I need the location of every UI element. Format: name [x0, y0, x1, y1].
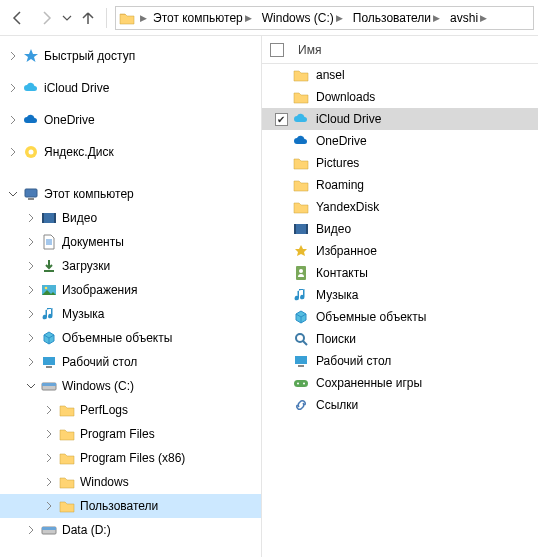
list-item-3d[interactable]: Объемные объекты	[262, 306, 538, 328]
tree-onedrive[interactable]: OneDrive	[0, 108, 261, 132]
tree-this-pc[interactable]: Этот компьютер	[0, 182, 261, 206]
expand-icon[interactable]	[42, 451, 56, 465]
list-header: Имя	[262, 36, 538, 64]
onedrive-icon	[22, 111, 40, 129]
expand-icon[interactable]	[24, 307, 38, 321]
tree-documents[interactable]: Документы	[0, 230, 261, 254]
list-item-onedrive[interactable]: OneDrive	[262, 130, 538, 152]
star-folder-icon	[292, 242, 310, 260]
list-item-pictures[interactable]: Pictures	[262, 152, 538, 174]
tree-music[interactable]: Музыка	[0, 302, 261, 326]
expand-icon[interactable]	[24, 259, 38, 273]
expand-icon[interactable]	[24, 379, 38, 393]
expand-icon[interactable]	[24, 235, 38, 249]
expand-icon[interactable]	[6, 49, 20, 63]
toolbar: ▶Этот компьютер▶Windows (C:)▶Пользовател…	[0, 0, 538, 36]
list-item-video[interactable]: Видео	[262, 218, 538, 240]
expand-icon[interactable]	[42, 499, 56, 513]
address-bar[interactable]: ▶Этот компьютер▶Windows (C:)▶Пользовател…	[115, 6, 534, 30]
desktop-icon	[40, 353, 58, 371]
list-item-yandexdisk[interactable]: YandexDisk	[262, 196, 538, 218]
tree-icloud-drive[interactable]: iCloud Drive	[0, 76, 261, 100]
tree-3d[interactable]: Объемные объекты	[0, 326, 261, 350]
tree-yandex-disk[interactable]: Яндекс.Диск	[0, 140, 261, 164]
list-item-icloud-drive[interactable]: ✔iCloud Drive	[262, 108, 538, 130]
tree-label: iCloud Drive	[44, 81, 109, 95]
tree-desktop[interactable]: Рабочий стол	[0, 350, 261, 374]
tree-video[interactable]: Видео	[0, 206, 261, 230]
svg-rect-7	[44, 270, 54, 272]
expand-icon[interactable]	[42, 403, 56, 417]
forward-button[interactable]	[32, 4, 60, 32]
item-label: Избранное	[316, 244, 377, 258]
svg-rect-13	[42, 383, 56, 386]
svg-point-25	[297, 383, 299, 385]
item-label: Pictures	[316, 156, 359, 170]
expand-icon[interactable]	[6, 81, 20, 95]
tree-program-files-x86[interactable]: Program Files (x86)	[0, 446, 261, 470]
tree-label: OneDrive	[44, 113, 95, 127]
tree-drive-c[interactable]: Windows (C:)	[0, 374, 261, 398]
select-all-checkbox[interactable]	[270, 43, 284, 57]
file-list-pane: Имя anselDownloads✔iCloud DriveOneDriveP…	[262, 36, 538, 557]
tree-windows-folder[interactable]: Windows	[0, 470, 261, 494]
svg-point-20	[299, 269, 303, 273]
svg-point-26	[303, 383, 305, 385]
folder-icon	[58, 497, 76, 515]
svg-rect-24	[294, 380, 308, 387]
expand-icon[interactable]	[24, 331, 38, 345]
list-item-search[interactable]: Поиски	[262, 328, 538, 350]
item-checkbox[interactable]: ✔	[275, 113, 288, 126]
svg-rect-4	[42, 213, 56, 223]
expand-icon[interactable]	[6, 113, 20, 127]
expand-icon[interactable]	[42, 475, 56, 489]
expand-icon[interactable]	[24, 283, 38, 297]
up-button[interactable]	[74, 4, 102, 32]
back-button[interactable]	[4, 4, 32, 32]
breadcrumb-segment[interactable]: Пользователи▶	[349, 7, 446, 29]
list-item-desktop[interactable]: Рабочий стол	[262, 350, 538, 372]
music-icon	[40, 305, 58, 323]
icloud-icon	[22, 79, 40, 97]
list-item-downloads[interactable]: Downloads	[262, 86, 538, 108]
expand-icon[interactable]	[24, 355, 38, 369]
list-item-contacts[interactable]: Контакты	[262, 262, 538, 284]
item-label: Рабочий стол	[316, 354, 391, 368]
list-item-favorites[interactable]: Избранное	[262, 240, 538, 262]
folder-icon	[58, 401, 76, 419]
item-label: Roaming	[316, 178, 364, 192]
breadcrumb-segment[interactable]: Windows (C:)▶	[258, 7, 349, 29]
breadcrumb: ▶Этот компьютер▶Windows (C:)▶Пользовател…	[138, 7, 493, 29]
breadcrumb-segment[interactable]: avshi▶	[446, 7, 493, 29]
expand-icon[interactable]	[24, 523, 38, 537]
svg-rect-17	[294, 224, 296, 234]
list-item-saved-games[interactable]: Сохраненные игры	[262, 372, 538, 394]
tree-perflogs[interactable]: PerfLogs	[0, 398, 261, 422]
list-item-links[interactable]: Ссылки	[262, 394, 538, 416]
file-list[interactable]: anselDownloads✔iCloud DriveOneDrivePictu…	[262, 64, 538, 416]
column-name[interactable]: Имя	[294, 43, 321, 57]
tree-label: Документы	[62, 235, 124, 249]
tree-downloads[interactable]: Загрузки	[0, 254, 261, 278]
item-label: Ссылки	[316, 398, 358, 412]
objects3d-icon	[40, 329, 58, 347]
list-item-ansel[interactable]: ansel	[262, 64, 538, 86]
breadcrumb-segment[interactable]: Этот компьютер▶	[149, 7, 258, 29]
list-item-roaming[interactable]: Roaming	[262, 174, 538, 196]
expand-icon[interactable]	[24, 211, 38, 225]
icloud-icon	[292, 110, 310, 128]
svg-rect-6	[54, 213, 56, 223]
tree-users[interactable]: Пользователи	[0, 494, 261, 518]
expand-icon[interactable]	[6, 187, 20, 201]
svg-rect-15	[42, 527, 56, 530]
item-label: Поиски	[316, 332, 356, 346]
expand-icon[interactable]	[42, 427, 56, 441]
tree-pictures[interactable]: Изображения	[0, 278, 261, 302]
list-item-music[interactable]: Музыка	[262, 284, 538, 306]
expand-icon[interactable]	[6, 145, 20, 159]
tree-drive-d[interactable]: Data (D:)	[0, 518, 261, 542]
tree-quick-access[interactable]: Быстрый доступ	[0, 44, 261, 68]
tree-program-files[interactable]: Program Files	[0, 422, 261, 446]
folder-icon	[292, 176, 310, 194]
recent-locations-button[interactable]	[60, 4, 74, 32]
